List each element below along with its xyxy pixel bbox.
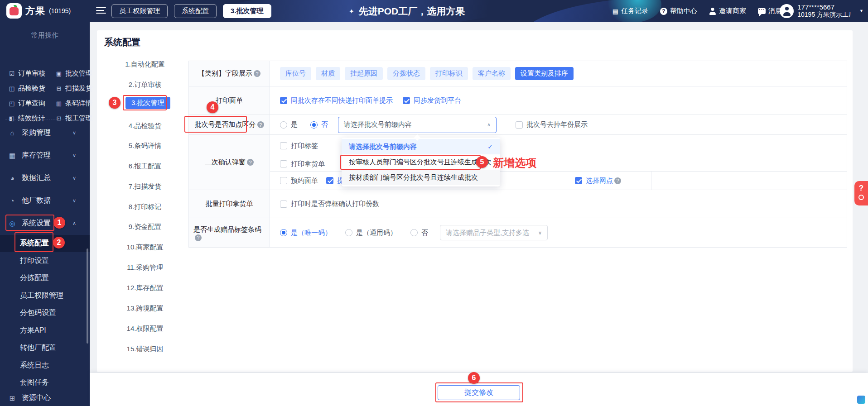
config-nav-item-15[interactable]: 15.错误归因 bbox=[104, 345, 186, 355]
sidebar: 常用操作 ☑ 订单审核 ▣ 批次管理 ◫ 品检验货 ⊟ 扫描发货 ◰ 订单查询 … bbox=[0, 22, 90, 406]
sidebar-item-subpackage-code[interactable]: 分包码设置 bbox=[20, 308, 56, 318]
quick-action-batch-management[interactable]: ▣ 批次管理 bbox=[55, 69, 92, 78]
sidebar-scrollbar[interactable] bbox=[87, 248, 88, 344]
print-label-checkbox[interactable] bbox=[280, 142, 287, 149]
annotation-note-new-option: 新增选项 bbox=[493, 156, 536, 170]
batch-dot-no-radio[interactable] bbox=[310, 121, 318, 129]
browser-plugin-icon[interactable] bbox=[857, 396, 865, 404]
sidebar-item-resource-center[interactable]: ⊞ 资源中心 bbox=[0, 393, 90, 403]
category-tag-dispatch-status[interactable]: 分拨状态 bbox=[387, 67, 425, 80]
gift-no-label: 否 bbox=[421, 229, 428, 237]
batch-no-year-checkbox[interactable] bbox=[516, 121, 523, 129]
config-nav-item-1[interactable]: 1.自动化配置 bbox=[104, 60, 186, 70]
gift-subtype-select[interactable]: 请选择赠品子类型,支持多选 ∨ bbox=[440, 225, 548, 240]
help-icon[interactable]: ? bbox=[257, 121, 264, 128]
batch-prefix-select[interactable]: 请选择批次号前缀内容 ∧ bbox=[338, 117, 497, 133]
set-category-order-button[interactable]: 设置类别及排序 bbox=[515, 67, 574, 80]
sparkle-icon: ✦ bbox=[349, 8, 354, 15]
config-nav-item-14[interactable]: 14.权限配置 bbox=[104, 325, 186, 334]
help-center-button[interactable]: ? 帮助中心 bbox=[660, 7, 697, 15]
annotation-badge-1: 1 bbox=[53, 217, 65, 229]
sidebar-item-template-task[interactable]: 套图任务 bbox=[20, 378, 49, 387]
tab-employee-permission[interactable]: 员工权限管理 bbox=[111, 4, 168, 18]
user-phone: 177****5667 bbox=[797, 3, 855, 11]
help-icon[interactable]: ? bbox=[254, 70, 260, 77]
category-tag-print-mark[interactable]: 打印标识 bbox=[430, 67, 468, 80]
config-nav-item-5[interactable]: 5.条码详情 bbox=[104, 142, 186, 152]
config-nav-item-12[interactable]: 12.库存配置 bbox=[104, 284, 186, 294]
sync-ship-platform-checkbox[interactable] bbox=[403, 97, 410, 104]
help-icon[interactable]: ? bbox=[614, 177, 621, 184]
config-nav-item-2[interactable]: 2.订单审核 bbox=[104, 81, 186, 91]
sidebar-item-other-factory-data[interactable]: ◔ 他厂数据 ∨ bbox=[0, 196, 90, 205]
annotation-badge-5: 5 bbox=[476, 156, 488, 168]
same-batch-express-prompt-checkbox[interactable] bbox=[280, 97, 287, 104]
sidebar-item-employee-permission[interactable]: 员工权限管理 bbox=[20, 291, 63, 301]
quick-action-order-search[interactable]: ◰ 订单查询 bbox=[8, 99, 45, 108]
advance-checkbox[interactable] bbox=[326, 177, 333, 184]
sidebar-item-data-summary[interactable]: ◕ 数据汇总 ∨ bbox=[0, 173, 90, 183]
gift-general-code-radio[interactable] bbox=[345, 229, 352, 236]
print-pickup-sheet-checkbox[interactable] bbox=[280, 160, 287, 167]
sidebar-item-inventory-management[interactable]: ▦ 库存管理 ∨ bbox=[0, 151, 90, 160]
topbar-actions: ▤ 任务记录 ? 帮助中心 邀请商家 消息 bbox=[612, 0, 782, 22]
help-icon[interactable]: ? bbox=[195, 234, 202, 241]
config-nav-item-6[interactable]: 6.报工配置 bbox=[104, 162, 186, 172]
category-tag-customer-name[interactable]: 客户名称 bbox=[473, 67, 511, 80]
category-tag-hold-reason[interactable]: 挂起原因 bbox=[345, 67, 383, 80]
dropdown-option-material-department[interactable]: 按材质部门编号区分批次号且连续生成批次 bbox=[342, 170, 500, 185]
dropdown-option-placeholder[interactable]: 请选择批次号前缀内容 ✓ bbox=[342, 139, 500, 154]
user-menu[interactable]: 177****5667 10195 方果演示工厂 ▼ bbox=[780, 3, 863, 19]
config-nav-item-8[interactable]: 8.打印标记 bbox=[104, 203, 186, 213]
caret-down-icon: ▼ bbox=[859, 9, 863, 13]
quick-action-work-report[interactable]: ⊡ 报工管理 bbox=[55, 114, 92, 123]
print-pickup-sheet-label: 打印拿货单 bbox=[291, 160, 325, 168]
config-nav-item-9[interactable]: 9.资金配置 bbox=[104, 223, 186, 233]
sidebar-item-fangguo-api[interactable]: 方果API bbox=[20, 326, 46, 335]
quick-action-quality-inspection[interactable]: ◫ 品检验货 bbox=[8, 84, 45, 93]
floating-help-tab[interactable]: ? bbox=[854, 181, 868, 205]
config-nav-item-4[interactable]: 4.品检验货 bbox=[104, 122, 186, 132]
config-nav-item-3-active[interactable]: 3.批次管理 bbox=[125, 97, 170, 109]
message-button[interactable]: 消息 bbox=[758, 7, 782, 15]
invite-merchant-button[interactable]: 邀请商家 bbox=[709, 7, 746, 15]
sidebar-item-purchase-management[interactable]: ⌂ 采购管理 ∨ bbox=[0, 128, 90, 138]
sidebar-item-print-settings[interactable]: 打印设置 bbox=[20, 256, 49, 266]
other-factory-icon: ◔ bbox=[8, 197, 16, 205]
sidebar-item-sorting-config[interactable]: 分拣配置 bbox=[20, 273, 49, 283]
batch-dot-yes-radio[interactable] bbox=[280, 121, 287, 129]
quick-action-barcode-details[interactable]: ▥ 条码详情 bbox=[55, 99, 92, 108]
help-center-icon: ? bbox=[660, 8, 667, 15]
gift-general-code-label: 是（通用码） bbox=[356, 229, 397, 237]
tab-system-config[interactable]: 系统配置 bbox=[174, 4, 217, 18]
gift-no-radio[interactable] bbox=[410, 229, 418, 236]
category-tag-material[interactable]: 材质 bbox=[316, 67, 340, 80]
confirm-print-copies-checkbox[interactable] bbox=[280, 201, 287, 208]
config-nav-item-10[interactable]: 10.商家配置 bbox=[104, 243, 186, 253]
select-outlet-checkbox[interactable] bbox=[575, 177, 582, 184]
gift-unique-code-radio[interactable] bbox=[280, 229, 287, 236]
gift-unique-code-label: 是（唯一码） bbox=[291, 229, 332, 237]
category-field-display-label: 【类别】字段展示 ? bbox=[189, 61, 270, 86]
sidebar-item-system-settings[interactable]: ◎ 系统设置 ∧ bbox=[0, 219, 90, 228]
category-tag-location[interactable]: 库位号 bbox=[280, 67, 311, 80]
config-nav-item-13[interactable]: 13.跨境配置 bbox=[104, 304, 186, 314]
tab-batch-management[interactable]: 3.批次管理 bbox=[223, 4, 271, 18]
collapse-sidebar-icon[interactable] bbox=[96, 7, 106, 14]
sidebar-item-system-log[interactable]: 系统日志 bbox=[20, 361, 49, 370]
task-record-button[interactable]: ▤ 任务记录 bbox=[612, 7, 648, 15]
sidebar-item-system-config[interactable]: 系统配置 bbox=[20, 239, 49, 248]
order-search-icon: ◰ bbox=[8, 100, 15, 107]
batch-dot-yes-label: 是 bbox=[291, 120, 298, 129]
config-nav-item-11[interactable]: 11.采购管理 bbox=[104, 263, 186, 273]
sidebar-item-transfer-factory-config[interactable]: 转他厂配置 bbox=[20, 343, 56, 353]
submit-changes-button[interactable]: 提交修改 bbox=[438, 385, 520, 400]
quick-action-performance-stats[interactable]: ◧ 绩效统计 bbox=[8, 114, 45, 123]
help-icon[interactable]: ? bbox=[247, 159, 254, 166]
quick-action-scan-shipping[interactable]: ⊟ 扫描发货 bbox=[55, 84, 92, 93]
app-logo[interactable]: 方果 (10195) bbox=[6, 3, 71, 19]
config-nav-item-7[interactable]: 7.扫描发货 bbox=[104, 182, 186, 192]
reserve-sheet-checkbox[interactable] bbox=[280, 177, 287, 184]
work-report-icon: ⊡ bbox=[55, 115, 63, 122]
quick-action-order-audit[interactable]: ☑ 订单审核 bbox=[8, 69, 45, 78]
